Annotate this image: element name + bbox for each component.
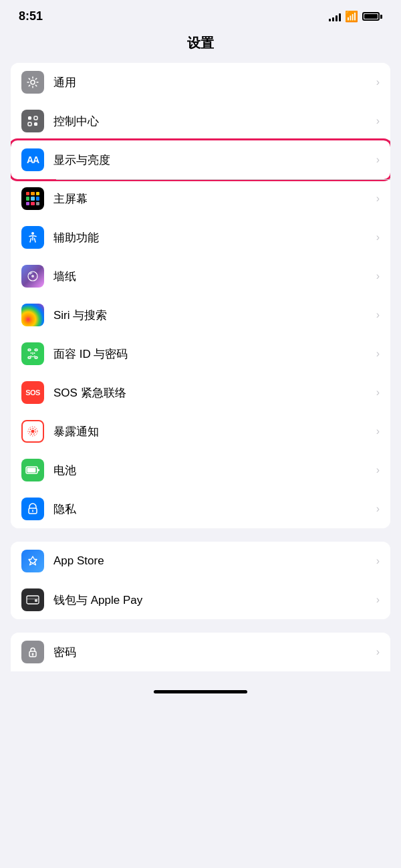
sos-icon: SOS [21, 381, 44, 404]
faceid-label: 面容 ID 与密码 [53, 346, 376, 362]
home-screen-label: 主屏幕 [53, 191, 376, 207]
privacy-chevron: › [376, 503, 380, 515]
wallpaper-label: 墙纸 [53, 269, 376, 284]
battery-label: 电池 [53, 463, 376, 478]
passwords-label: 密码 [53, 645, 376, 660]
svg-rect-3 [28, 122, 31, 126]
sos-label: SOS 紧急联络 [53, 385, 376, 401]
svg-point-0 [31, 80, 35, 84]
siri-label: Siri 与搜索 [53, 308, 376, 323]
svg-rect-17 [27, 468, 36, 473]
battery-chevron: › [376, 464, 380, 476]
exposure-label: 暴露通知 [53, 424, 376, 439]
page-title-container: 设置 [0, 29, 401, 63]
status-icons: 📶 [329, 10, 382, 23]
wallpaper-icon [21, 265, 44, 288]
appstore-icon [21, 550, 44, 572]
settings-group-1: 通用 › 控制中心 › AA 显示与亮度 › [11, 63, 390, 528]
siri-chevron: › [376, 309, 380, 321]
accessibility-chevron: › [376, 231, 380, 243]
faceid-icon [21, 342, 44, 365]
svg-rect-1 [28, 116, 31, 120]
passwords-icon [21, 641, 44, 663]
svg-rect-22 [35, 599, 37, 602]
settings-item-appstore[interactable]: App Store › [11, 542, 390, 580]
svg-point-12 [34, 352, 35, 354]
settings-item-faceid[interactable]: 面容 ID 与密码 › [11, 334, 390, 373]
svg-rect-10 [35, 357, 37, 359]
svg-point-6 [31, 275, 34, 278]
control-center-label: 控制中心 [53, 114, 376, 129]
svg-point-5 [31, 232, 34, 235]
wallet-label: 钱包与 Apple Pay [53, 592, 376, 608]
home-screen-icon [21, 187, 44, 210]
status-time: 8:51 [19, 9, 43, 23]
signal-icon [329, 12, 341, 21]
svg-rect-4 [34, 122, 37, 126]
settings-item-privacy[interactable]: 隐私 › [11, 490, 390, 528]
general-label: 通用 [53, 75, 376, 90]
control-center-icon [21, 110, 44, 132]
svg-point-13 [31, 430, 35, 433]
exposure-icon [21, 420, 44, 443]
settings-group-3: 密码 › [11, 633, 390, 671]
settings-item-passwords[interactable]: 密码 › [11, 633, 390, 671]
battery-icon [21, 459, 44, 481]
settings-item-display[interactable]: AA 显示与亮度 › [11, 140, 390, 179]
settings-item-general[interactable]: 通用 › [11, 63, 390, 102]
general-icon [21, 71, 44, 94]
settings-item-accessibility[interactable]: 辅助功能 › [11, 218, 390, 257]
svg-rect-18 [38, 469, 39, 471]
faceid-chevron: › [376, 348, 380, 360]
appstore-chevron: › [376, 555, 380, 567]
settings-item-exposure[interactable]: 暴露通知 › [11, 412, 390, 451]
wifi-icon: 📶 [345, 10, 358, 23]
settings-item-battery[interactable]: 电池 › [11, 451, 390, 490]
settings-item-control-center[interactable]: 控制中心 › [11, 102, 390, 140]
settings-item-home-screen[interactable]: 主屏幕 › [11, 179, 390, 218]
privacy-icon [21, 498, 44, 520]
appstore-label: App Store [53, 554, 376, 568]
wallet-chevron: › [376, 594, 380, 606]
display-icon: AA [21, 148, 44, 171]
svg-rect-7 [28, 349, 31, 351]
home-screen-chevron: › [376, 193, 380, 205]
settings-group-2: App Store › 钱包与 Apple Pay › [11, 542, 390, 619]
svg-rect-8 [35, 349, 37, 351]
page-title: 设置 [187, 35, 214, 50]
settings-item-sos[interactable]: SOS SOS 紧急联络 › [11, 373, 390, 412]
general-chevron: › [376, 76, 380, 88]
passwords-chevron: › [376, 646, 380, 658]
settings-item-wallpaper[interactable]: 墙纸 › [11, 257, 390, 296]
status-bar: 8:51 📶 [0, 0, 401, 29]
privacy-label: 隐私 [53, 502, 376, 517]
accessibility-icon [21, 226, 44, 249]
siri-icon [21, 304, 44, 326]
wallpaper-chevron: › [376, 270, 380, 282]
home-bar [154, 690, 247, 693]
svg-rect-9 [28, 357, 31, 359]
svg-rect-2 [34, 116, 37, 120]
exposure-chevron: › [376, 425, 380, 437]
svg-point-11 [31, 352, 32, 354]
battery-status-icon [362, 12, 382, 21]
accessibility-label: 辅助功能 [53, 230, 376, 245]
sos-chevron: › [376, 387, 380, 399]
display-label: 显示与亮度 [53, 152, 376, 168]
home-indicator [0, 685, 401, 699]
control-center-chevron: › [376, 115, 380, 127]
wallet-icon [21, 588, 44, 611]
settings-item-wallet[interactable]: 钱包与 Apple Pay › [11, 580, 390, 619]
display-chevron: › [376, 154, 380, 166]
settings-item-siri[interactable]: Siri 与搜索 › [11, 296, 390, 334]
